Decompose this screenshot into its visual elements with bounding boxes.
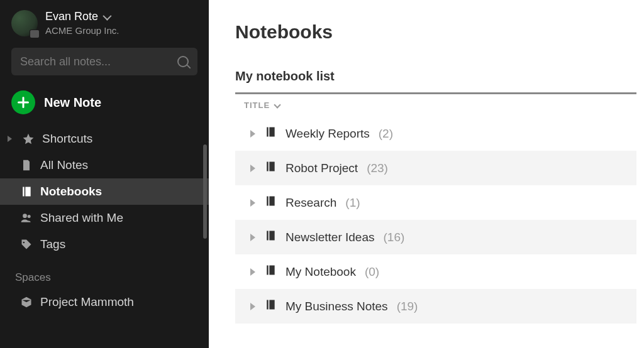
notebook-row[interactable]: Research(1) <box>235 185 636 220</box>
caret-right-icon <box>250 165 255 172</box>
column-header-title[interactable]: TITLE <box>235 92 636 116</box>
svg-point-1 <box>28 215 31 218</box>
new-note-label: New Note <box>44 95 101 110</box>
column-label: TITLE <box>244 101 270 110</box>
nav-tags[interactable]: Tags <box>0 231 209 258</box>
nav-label: Notebooks <box>40 185 102 198</box>
search-icon <box>177 56 189 67</box>
notebook-name: Research <box>286 196 336 210</box>
nav-shared[interactable]: Shared with Me <box>0 205 209 231</box>
notebook-icon <box>264 229 277 245</box>
notebook-icon <box>20 185 33 198</box>
notebook-name: My Business Notes <box>286 300 388 313</box>
notebook-name: Weekly Reports <box>286 127 370 141</box>
organization-name: ACME Group Inc. <box>45 25 119 36</box>
notebook-count: (0) <box>365 265 379 279</box>
notebook-count: (2) <box>379 127 393 141</box>
primary-nav: Shortcuts All Notes Notebooks Shared wit… <box>0 126 209 258</box>
notebook-count: (23) <box>367 161 388 175</box>
user-meta: Evan Rote ACME Group Inc. <box>45 10 119 36</box>
caret-right-icon <box>250 268 255 276</box>
caret-right-icon <box>8 136 12 142</box>
scrollbar[interactable] <box>203 144 207 239</box>
nav-shortcuts[interactable]: Shortcuts <box>0 126 209 152</box>
sidebar: Evan Rote ACME Group Inc. New Note Short… <box>0 0 209 348</box>
spaces-heading: Spaces <box>0 258 209 289</box>
caret-right-icon <box>250 234 255 241</box>
nav-label: All Notes <box>40 158 88 172</box>
notebook-row[interactable]: Robot Project(23) <box>235 151 636 185</box>
list-subtitle: My notebook list <box>235 69 636 84</box>
nav-all-notes[interactable]: All Notes <box>0 152 209 178</box>
notebook-icon <box>264 264 277 280</box>
chevron-down-icon <box>103 11 111 20</box>
main-panel: Notebooks My notebook list TITLE Weekly … <box>209 0 644 348</box>
star-icon <box>22 133 35 145</box>
avatar <box>11 10 38 36</box>
notebook-list: Weekly Reports(2)Robot Project(23)Resear… <box>235 116 636 324</box>
caret-right-icon <box>250 199 255 207</box>
notebook-name: Newsletter Ideas <box>286 231 375 244</box>
notebook-count: (16) <box>384 231 405 244</box>
note-icon <box>20 159 33 171</box>
account-switcher[interactable]: Evan Rote ACME Group Inc. <box>0 0 209 41</box>
notebook-row[interactable]: My Notebook(0) <box>235 254 636 289</box>
notebook-row[interactable]: Weekly Reports(2) <box>235 116 636 151</box>
notebook-icon <box>264 195 277 210</box>
notebook-icon <box>264 126 277 141</box>
space-item[interactable]: Project Mammoth <box>0 289 209 315</box>
people-icon <box>20 212 33 224</box>
search-field[interactable] <box>11 48 197 75</box>
notebook-count: (1) <box>345 196 360 210</box>
notebook-icon <box>264 160 277 176</box>
nav-label: Tags <box>40 237 65 251</box>
space-label: Project Mammoth <box>40 295 134 309</box>
caret-right-icon <box>250 303 255 310</box>
sort-descending-icon <box>274 101 280 108</box>
notebook-name: Robot Project <box>286 161 358 175</box>
cube-icon <box>20 296 33 308</box>
new-note-button[interactable]: New Note <box>11 90 197 114</box>
user-name: Evan Rote <box>45 10 98 23</box>
nav-label: Shared with Me <box>40 211 123 225</box>
notebook-name: My Notebook <box>286 265 356 279</box>
notebook-count: (19) <box>397 300 418 313</box>
notebook-row[interactable]: Newsletter Ideas(16) <box>235 220 636 254</box>
nav-label: Shortcuts <box>42 132 92 146</box>
svg-point-0 <box>23 214 27 218</box>
page-title: Notebooks <box>235 21 636 43</box>
plus-icon <box>11 90 35 114</box>
notebook-icon <box>264 298 277 314</box>
notebook-row[interactable]: My Business Notes(19) <box>235 289 636 324</box>
nav-notebooks[interactable]: Notebooks <box>0 178 209 205</box>
search-input[interactable] <box>20 55 171 68</box>
tag-icon <box>20 238 33 251</box>
caret-right-icon <box>250 130 255 138</box>
